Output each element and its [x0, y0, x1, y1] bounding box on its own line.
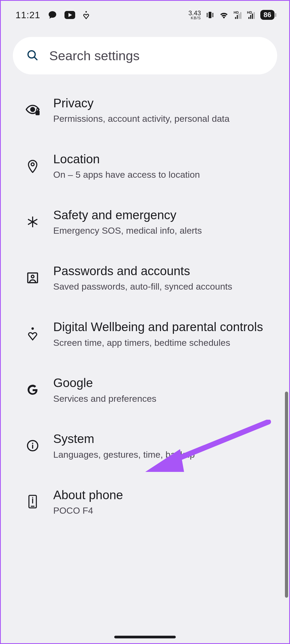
info-icon	[26, 440, 39, 453]
svg-point-1	[85, 11, 87, 12]
digital-wellbeing-icon	[27, 327, 38, 342]
chat-bubble-icon	[48, 10, 57, 20]
battery-indicator: 86	[260, 10, 274, 20]
search-settings-bar[interactable]: Search settings	[13, 37, 277, 74]
phone-device-icon	[28, 495, 37, 510]
svg-point-9	[31, 163, 34, 166]
settings-item-title: System	[53, 431, 274, 446]
svg-point-11	[31, 275, 34, 278]
settings-item-subtitle: Saved passwords, auto-fill, synced accou…	[53, 281, 274, 293]
settings-item-safety[interactable]: Safety and emergency Emergency SOS, medi…	[1, 194, 289, 250]
scroll-indicator	[285, 392, 288, 598]
search-placeholder: Search settings	[49, 48, 140, 63]
settings-item-passwords[interactable]: Passwords and accounts Saved passwords, …	[1, 250, 289, 306]
vibrate-icon	[206, 11, 214, 19]
svg-point-15	[32, 443, 33, 444]
settings-item-title: Safety and emergency	[53, 208, 274, 222]
settings-item-title: Google	[53, 376, 274, 390]
location-pin-icon	[27, 159, 38, 174]
youtube-icon	[64, 11, 75, 19]
svg-line-6	[34, 57, 37, 60]
wellbeing-status-icon	[83, 11, 90, 19]
emergency-asterisk-icon	[26, 215, 39, 229]
wifi-icon	[219, 11, 229, 19]
svg-text:HD: HD	[247, 10, 252, 14]
settings-item-subtitle: On – 5 apps have access to location	[53, 169, 274, 181]
settings-item-title: Passwords and accounts	[53, 264, 274, 278]
settings-item-title: Location	[53, 152, 274, 166]
settings-item-system[interactable]: System Languages, gestures, time, backup	[1, 418, 289, 474]
settings-item-subtitle: POCO F4	[53, 505, 274, 517]
settings-item-title: Digital Wellbeing and parental controls	[53, 320, 274, 334]
settings-item-about-phone[interactable]: About phone POCO F4	[1, 474, 289, 530]
signal-sim2-icon: HD	[247, 10, 255, 20]
svg-text:HD: HD	[234, 10, 239, 14]
privacy-eye-icon	[26, 105, 40, 116]
google-g-icon	[26, 383, 39, 397]
settings-item-subtitle: Services and preferences	[53, 393, 274, 405]
settings-item-location[interactable]: Location On – 5 apps have access to loca…	[1, 138, 289, 194]
search-icon	[26, 49, 39, 62]
settings-item-subtitle: Emergency SOS, medical info, alerts	[53, 225, 274, 237]
signal-sim1-icon: HD	[234, 10, 242, 20]
svg-point-7	[31, 107, 35, 111]
svg-rect-8	[36, 111, 40, 115]
svg-rect-2	[209, 12, 212, 18]
network-speed-indicator: 3.43 KB/S	[188, 10, 201, 20]
status-bar: 11:21 3.43 KB/S HD HD 86	[1, 1, 289, 26]
gesture-nav-handle[interactable]	[114, 636, 176, 638]
settings-item-google[interactable]: Google Services and preferences	[1, 362, 289, 418]
svg-point-18	[32, 497, 33, 498]
settings-item-subtitle: Languages, gestures, time, backup	[53, 449, 274, 461]
settings-item-subtitle: Permissions, account activity, personal …	[53, 113, 274, 125]
settings-item-subtitle: Screen time, app timers, bedtime schedul…	[53, 337, 274, 349]
settings-item-wellbeing[interactable]: Digital Wellbeing and parental controls …	[1, 306, 289, 362]
settings-list: Privacy Permissions, account activity, p…	[1, 82, 289, 530]
svg-point-12	[31, 327, 34, 330]
status-clock: 11:21	[16, 10, 40, 20]
settings-item-privacy[interactable]: Privacy Permissions, account activity, p…	[1, 82, 289, 138]
account-box-icon	[26, 272, 39, 285]
settings-item-title: Privacy	[53, 96, 274, 111]
settings-item-title: About phone	[53, 488, 274, 502]
